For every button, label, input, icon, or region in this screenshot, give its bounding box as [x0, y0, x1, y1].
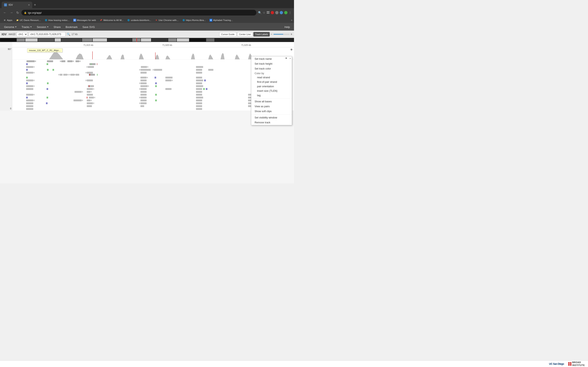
address-text: igv.org/app/: [28, 11, 42, 14]
bookmark-welcome-label: Welcome to All W...: [103, 19, 123, 21]
context-menu-gear-icon[interactable]: [285, 57, 288, 60]
ctx-view-as-pairs[interactable]: View as pairs: [251, 104, 292, 109]
bookmark-ucdavis-bioinform[interactable]: 🌐 ucdavis-bioinform...: [126, 18, 153, 22]
svg-marker-46: [79, 60, 80, 62]
bookmark-apps[interactable]: ⊞ Apps: [2, 18, 14, 22]
address-input[interactable]: 🔒 igv.org/app/: [21, 10, 256, 16]
zoom-plus-button[interactable]: +: [291, 33, 292, 36]
zoom-minus-button[interactable]: −: [270, 33, 272, 36]
extension-icon[interactable]: [267, 11, 269, 15]
ctx-color-tag[interactable]: tag: [251, 93, 292, 98]
svg-rect-136: [196, 94, 202, 96]
svg-rect-19: [177, 38, 189, 42]
chromosome-ideogram: [0, 38, 294, 42]
menu-save-svg[interactable]: Save SVG: [80, 25, 97, 29]
cursor-guide-button[interactable]: Cursor Guide: [219, 32, 236, 36]
ctx-set-visibility-window[interactable]: Set visibility window: [251, 115, 292, 120]
apps-favicon: ⊞: [3, 19, 6, 22]
menu-tracks[interactable]: Tracks ▼: [20, 25, 34, 29]
igv-app: Genome ▼ Tracks ▼ Session ▼ Share Bookma…: [0, 23, 294, 184]
svg-rect-4: [267, 13, 268, 14]
track-labels-button[interactable]: Track Labels: [253, 32, 270, 36]
genome-chevron-icon: ▼: [15, 26, 17, 28]
svg-marker-118: [93, 88, 94, 90]
bookmark-leasing[interactable]: 🌐 How leasing reduc...: [43, 18, 71, 22]
svg-rect-156: [196, 100, 202, 101]
bookmark-alphabet[interactable]: W Alphabet Tracing...: [208, 18, 234, 22]
bookmark-forms[interactable]: 🌐 https://forms.libra...: [181, 18, 208, 22]
back-button[interactable]: ←: [2, 10, 7, 15]
svg-rect-90: [165, 77, 173, 78]
ctx-color-insert-size[interactable]: insert size (TLEN): [251, 89, 292, 93]
zoom-level: 17 kb: [71, 33, 77, 36]
bookmark-ucdavis[interactable]: 📁 UC Davis Resourc...: [14, 18, 43, 22]
svg-marker-120: [139, 88, 140, 90]
zoom-slider[interactable]: [273, 34, 290, 35]
menu-help[interactable]: Help: [282, 25, 292, 29]
svg-rect-94: [87, 80, 93, 81]
new-tab-button[interactable]: +: [32, 3, 38, 7]
svg-rect-3: [268, 11, 269, 12]
tab-close-button[interactable]: ×: [28, 3, 30, 7]
svg-rect-68: [26, 72, 33, 74]
tab-favicon: I: [4, 3, 7, 6]
svg-marker-151: [82, 100, 83, 101]
bookmark-welcome[interactable]: 📌 Welcome to All W...: [98, 18, 125, 22]
menu-genome[interactable]: Genome ▼: [2, 25, 19, 29]
ctx-set-track-color[interactable]: Set track color: [251, 66, 292, 71]
ctx-color-pair-orientation[interactable]: pair orientation: [251, 84, 292, 89]
svg-rect-111: [140, 85, 148, 87]
tab-bar: I IGV × +: [0, 0, 294, 8]
chromosome-select[interactable]: chr1: [17, 32, 27, 36]
svg-rect-99: [196, 80, 203, 81]
center-line-button[interactable]: Center Line: [237, 32, 252, 36]
more-options-icon[interactable]: ⋮: [289, 11, 292, 14]
bookmarks-bar: ⊞ Apps 📁 UC Davis Resourc... 🌐 How leasi…: [0, 17, 294, 23]
active-tab[interactable]: I IGV ×: [2, 2, 32, 8]
svg-rect-134: [140, 94, 147, 96]
svg-rect-7: [17, 38, 25, 42]
track-settings-button[interactable]: [290, 48, 293, 52]
menu-bookmark[interactable]: Bookmark: [63, 25, 80, 29]
bookmarks-more-button[interactable]: »: [291, 19, 292, 22]
ctx-show-all-bases[interactable]: Show all bases: [251, 99, 292, 104]
context-menu-close-button[interactable]: ×: [289, 57, 291, 60]
svg-rect-121: [165, 88, 172, 90]
svg-rect-125: [75, 91, 82, 93]
ctx-color-first-of-pair[interactable]: first-of-pair strand: [251, 80, 292, 84]
pin-favicon: 📌: [100, 19, 103, 22]
svg-rect-169: [196, 105, 202, 107]
svg-rect-36: [92, 51, 93, 59]
genome-overview-bar[interactable]: [0, 38, 294, 42]
menu-session[interactable]: Session ▼: [35, 25, 51, 29]
locus-input[interactable]: [29, 32, 66, 36]
svg-rect-91: [196, 77, 202, 78]
search-icon[interactable]: 🔍: [258, 11, 261, 14]
scale-top: 957: [8, 48, 11, 50]
svg-rect-62: [140, 69, 151, 71]
svg-rect-52: [26, 66, 33, 68]
svg-rect-167: [87, 105, 92, 107]
search-button[interactable]: 🔍: [67, 33, 70, 36]
svg-rect-57: [141, 66, 147, 68]
svg-rect-79: [70, 74, 75, 76]
menu-share[interactable]: Share: [52, 25, 63, 29]
svg-rect-16: [141, 38, 151, 42]
svg-rect-129: [140, 91, 147, 93]
svg-marker-69: [33, 72, 35, 74]
refresh-button[interactable]: ↻: [16, 10, 20, 16]
bookmark-messages[interactable]: M Messages for web: [72, 18, 98, 22]
bookmark-star-icon[interactable]: ☆: [263, 11, 265, 14]
ctx-remove-track[interactable]: Remove track: [251, 120, 292, 125]
ctx-set-track-height[interactable]: Set track height: [251, 61, 292, 66]
bookmark-messages-label: Messages for web: [77, 19, 96, 21]
svg-marker-71: [86, 72, 87, 74]
svg-rect-73: [196, 72, 202, 74]
forward-button[interactable]: →: [9, 10, 14, 15]
igv-toolbar: IGV mm10 chr1 🔍 17 kb Cursor Guide Cente…: [0, 31, 294, 38]
profile-icon-red: [271, 11, 274, 14]
svg-rect-2: [267, 11, 268, 12]
ctx-color-read-strand[interactable]: read strand: [251, 75, 292, 80]
bookmark-chrome[interactable]: ✚ Use Chrome with...: [153, 18, 180, 22]
ctx-show-soft-clips[interactable]: Show soft clips: [251, 109, 292, 114]
